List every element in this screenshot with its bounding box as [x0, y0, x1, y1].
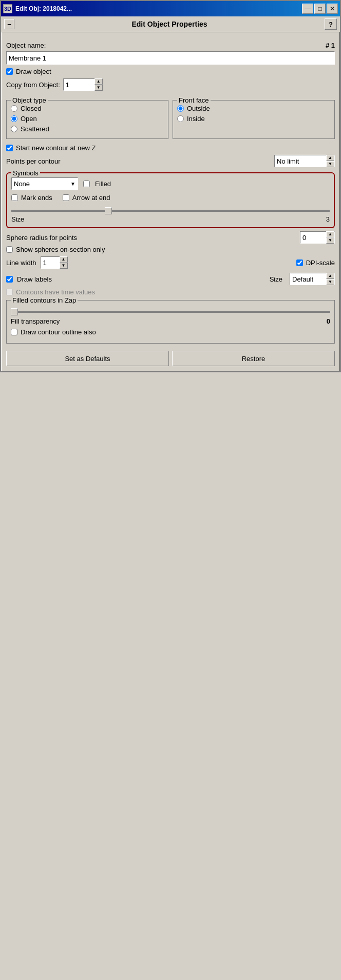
title-bar: 3D Edit Obj: 2018042... — □ ✕ — [1, 1, 340, 16]
content-area: Object name: # 1 Draw object Copy from O… — [1, 32, 340, 371]
filled-contours-section: Filled contours in Zap Fill transparency… — [6, 300, 335, 344]
draw-object-label: Draw object — [16, 68, 51, 75]
line-up[interactable]: ▲ — [60, 256, 68, 263]
radio-scattered-row: Scattered — [11, 125, 164, 133]
start-contour-row: Start new contour at new Z — [6, 144, 335, 152]
line-spinner-buttons: ▲ ▼ — [60, 256, 68, 269]
draw-object-row: Draw object — [6, 68, 335, 75]
dialog-title: Edit Object Properties — [17, 20, 321, 28]
window-title: Edit Obj: 2018042... — [15, 5, 299, 12]
action-buttons: Set as Defaults Restore — [6, 351, 335, 366]
filled-contours-legend: Filled contours in Zap — [11, 296, 78, 304]
points-up[interactable]: ▲ — [326, 155, 334, 161]
labels-size-label: Size — [270, 275, 282, 283]
line-width-input[interactable] — [41, 257, 60, 268]
contours-time-label: Contours have time values — [16, 288, 95, 296]
points-per-contour-row: Points per contour ▲ ▼ — [6, 155, 335, 167]
radio-inside[interactable] — [177, 115, 184, 122]
radio-open-label: Open — [21, 115, 37, 123]
object-name-input[interactable] — [6, 51, 335, 65]
object-type-group: Object type Closed Open Scattered — [6, 100, 168, 139]
fill-transparency-label: Fill transparency — [11, 317, 60, 325]
size-row: Size 3 — [11, 215, 330, 223]
sphere-down[interactable]: ▼ — [326, 237, 334, 244]
radio-outside-label: Outside — [187, 105, 210, 112]
symbols-dropdown[interactable]: None ▼ — [11, 177, 78, 190]
draw-labels-row: Draw labels Size ▲ ▼ — [6, 273, 335, 285]
sphere-radius-input[interactable] — [300, 232, 326, 243]
arrow-at-end-label: Arrow at end — [72, 194, 110, 202]
app-icon: 3D — [3, 4, 12, 13]
show-spheres-row: Show spheres on-section only — [6, 246, 335, 253]
size-value: 3 — [326, 215, 330, 223]
line-width-label: Line width — [6, 259, 36, 267]
points-per-contour-input[interactable] — [275, 155, 326, 167]
size-slider-row — [11, 206, 330, 213]
labels-size-up[interactable]: ▲ — [326, 273, 334, 279]
radio-closed[interactable] — [11, 105, 17, 112]
mark-ends-group: Mark ends — [11, 194, 52, 202]
copy-from-input[interactable] — [64, 79, 94, 90]
line-down[interactable]: ▼ — [60, 263, 68, 269]
arrow-at-end-checkbox[interactable] — [63, 194, 69, 201]
labels-size-buttons: ▲ ▼ — [326, 273, 334, 285]
copy-from-down[interactable]: ▼ — [94, 85, 103, 91]
copy-from-spinner-buttons: ▲ ▼ — [94, 78, 103, 91]
draw-contour-outline-label: Draw contour outline also — [21, 328, 96, 336]
fill-transparency-slider[interactable] — [11, 311, 330, 313]
window-controls: — □ ✕ — [302, 4, 338, 14]
points-per-contour-label: Points per contour — [6, 157, 61, 165]
sphere-radius-spinner[interactable]: ▲ ▼ — [300, 231, 335, 244]
pin-button[interactable]: − — [4, 19, 14, 29]
contours-time-checkbox[interactable] — [6, 289, 13, 295]
sphere-spinner-buttons: ▲ ▼ — [326, 231, 334, 244]
main-window: 3D Edit Obj: 2018042... — □ ✕ − Edit Obj… — [0, 0, 341, 372]
draw-labels-checkbox[interactable] — [6, 276, 13, 283]
labels-size-input[interactable] — [290, 273, 326, 285]
draw-contour-outline-checkbox[interactable] — [11, 329, 17, 335]
show-spheres-checkbox[interactable] — [6, 246, 13, 253]
points-down[interactable]: ▼ — [326, 161, 334, 167]
points-per-contour-spinner[interactable]: ▲ ▼ — [274, 155, 335, 167]
radio-open[interactable] — [11, 115, 17, 122]
draw-object-checkbox[interactable] — [6, 68, 13, 75]
filled-checkbox[interactable] — [83, 181, 90, 187]
show-spheres-label: Show spheres on-section only — [16, 246, 105, 253]
dpi-scale-checkbox[interactable] — [296, 259, 303, 266]
dpi-scale-group: DPI-scale — [296, 259, 335, 267]
radio-outside-row: Outside — [177, 105, 330, 112]
restore-button[interactable]: Restore — [172, 351, 335, 366]
symbols-dropdown-value: None — [14, 180, 30, 188]
set-defaults-button[interactable]: Set as Defaults — [6, 351, 169, 366]
header-bar: − Edit Object Properties ? — [1, 16, 340, 32]
help-button[interactable]: ? — [325, 18, 337, 30]
arrow-at-end-group: Arrow at end — [63, 194, 110, 202]
sphere-up[interactable]: ▲ — [326, 231, 334, 237]
radio-outside[interactable] — [177, 105, 184, 112]
dropdown-arrow-icon: ▼ — [70, 181, 75, 187]
size-label: Size — [11, 215, 24, 223]
minimize-button[interactable]: — — [302, 4, 313, 14]
labels-size-spinner[interactable]: ▲ ▼ — [290, 273, 335, 285]
front-face-group: Front face Outside Inside — [173, 100, 335, 139]
line-width-spinner[interactable]: ▲ ▼ — [41, 256, 68, 269]
front-face-legend: Front face — [177, 96, 211, 104]
fill-transparency-row: Fill transparency 0 — [11, 317, 330, 325]
sphere-radius-label: Sphere radius for points — [6, 234, 77, 242]
draw-labels-label: Draw labels — [17, 275, 52, 283]
symbols-section: Symbols None ▼ Filled Mark ends Arrow a — [6, 172, 335, 228]
copy-from-spinner[interactable]: ▲ ▼ — [63, 78, 103, 91]
radio-closed-label: Closed — [21, 105, 41, 112]
draw-contour-outline-row: Draw contour outline also — [11, 328, 330, 336]
radio-scattered[interactable] — [11, 126, 17, 132]
object-name-section: Object name: # 1 — [6, 42, 335, 68]
size-slider[interactable] — [11, 210, 330, 212]
start-contour-checkbox[interactable] — [6, 145, 13, 151]
line-width-row: Line width ▲ ▼ DPI-scale — [6, 256, 335, 269]
restore-button[interactable]: □ — [314, 4, 326, 14]
copy-from-up[interactable]: ▲ — [94, 78, 103, 85]
mark-ends-checkbox[interactable] — [11, 194, 18, 201]
labels-size-down[interactable]: ▼ — [326, 279, 334, 285]
radio-open-row: Open — [11, 115, 164, 123]
close-button[interactable]: ✕ — [327, 4, 338, 14]
